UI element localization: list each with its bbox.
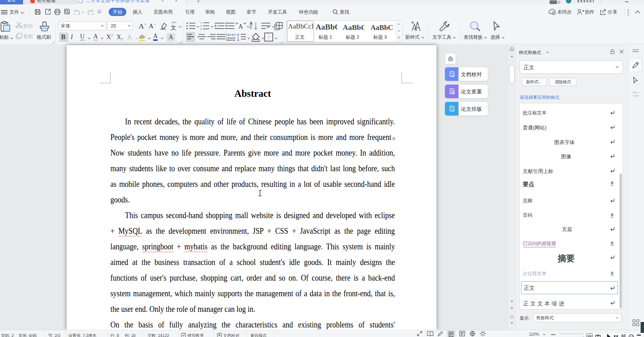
svg-text:2: 2	[200, 25, 202, 27]
svg-text:1: 1	[200, 22, 202, 24]
svg-text:3: 3	[200, 28, 202, 30]
svg-text:A: A	[452, 109, 454, 112]
